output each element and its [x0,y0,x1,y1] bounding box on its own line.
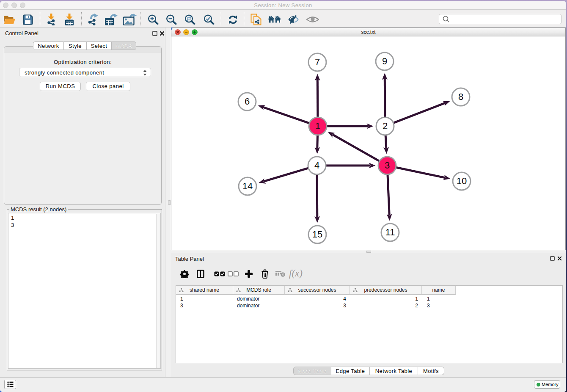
svg-text:8: 8 [458,91,463,102]
svg-text:2: 2 [383,121,388,131]
svg-text:15: 15 [312,229,322,240]
svg-text:1: 1 [315,121,320,131]
svg-text:3: 3 [385,160,390,171]
svg-text:14: 14 [242,181,253,191]
svg-text:10: 10 [457,176,467,186]
svg-text:7: 7 [315,57,320,67]
svg-text:9: 9 [382,56,387,66]
svg-text:6: 6 [245,96,250,107]
svg-text:11: 11 [385,227,395,237]
svg-text:4: 4 [314,160,319,171]
